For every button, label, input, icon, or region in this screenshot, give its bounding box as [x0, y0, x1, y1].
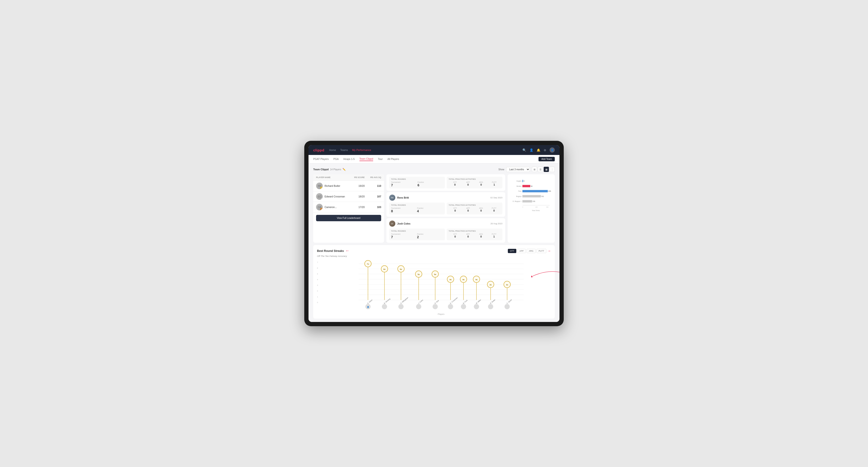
sub-nav-team-clippd[interactable]: Team Clippd [360, 157, 373, 161]
sub-nav-hcaps[interactable]: Hcaps 1-5 [343, 158, 355, 161]
nav-teams[interactable]: Teams [340, 149, 348, 151]
josh-practice-value: 2 [417, 235, 443, 239]
player-count: 14 Players [330, 168, 341, 171]
josh-rounds-grid: Tournament 7 Practice 2 [391, 233, 443, 239]
edit-icon[interactable]: ✏️ [342, 168, 346, 171]
top-nav: clippd Home Teams My Performance 🔍 👤 🔔 ⊕… [309, 145, 559, 155]
svg-point-38 [382, 304, 387, 309]
josh-ott: OTT 0 [448, 233, 462, 238]
arrow-left-icon: ← [345, 248, 349, 253]
rees-stats: Total Rounds Tournament 8 Practice 4 [389, 203, 502, 214]
practice-value: 6 [417, 183, 443, 187]
sub-nav-tour[interactable]: Tour [378, 158, 382, 161]
rees-rounds: Total Rounds Tournament 8 Practice 4 [389, 203, 445, 214]
y-label-5: 5 [317, 273, 318, 275]
josh-name: Josh Coles [397, 222, 410, 225]
bell-icon[interactable]: 🔔 [536, 148, 540, 152]
practice-sublabel: Practice [417, 181, 443, 183]
main-grid: PLAYER NAME PB SCORE PB AVG SQ RB 1 Rich… [313, 174, 555, 243]
lb-col-player-name: PLAYER NAME [316, 176, 346, 179]
svg-text:3x: 3x [490, 284, 492, 286]
josh-avatar: JC [389, 220, 395, 227]
player-row[interactable]: RB 1 Richard Butler 19/20 110 [313, 181, 384, 191]
josh-rounds: Total Rounds Tournament 7 Practice 2 [389, 228, 445, 240]
add-team-button[interactable]: Add Team [538, 157, 555, 161]
player-row[interactable]: EC 2 Edward Crossman 18/20 107 [313, 191, 384, 202]
player-avatar-cameron: CA 3 [316, 204, 323, 210]
y-label-7: 7 [317, 261, 318, 263]
filter-ott[interactable]: OTT [508, 249, 516, 253]
sub-nav-pga[interactable]: PGA [334, 158, 339, 161]
search-icon[interactable]: 🔍 [522, 148, 526, 152]
svg-point-78 [504, 304, 510, 309]
josh-tournament-value: 7 [391, 235, 417, 239]
streaks-wrapper: Best Round Streaks ← OTT APP ARG PUTT → … [313, 245, 555, 319]
target-icon[interactable]: ⊕ [544, 148, 546, 152]
player-row[interactable]: CA 3 Cameron... 17/20 103 [313, 202, 384, 213]
sub-nav-all-players[interactable]: All Players [387, 158, 399, 161]
x-axis-label: Players [331, 313, 551, 315]
streaks-section: Best Round Streaks ← OTT APP ARG PUTT → … [313, 245, 555, 319]
arg-label: ARG [475, 181, 488, 183]
streaks-header: Best Round Streaks ← OTT APP ARG PUTT → [317, 248, 551, 253]
svg-rect-13 [522, 200, 532, 203]
rees-putt-value: 0 [488, 209, 500, 212]
card-view-icon[interactable]: ▦ [544, 167, 549, 172]
filter-app[interactable]: APP [517, 249, 526, 253]
josh-putt-label: PUTT [488, 233, 500, 235]
avatar[interactable]: 👤 [550, 148, 555, 153]
sub-nav-pgat[interactable]: PGAT Players [313, 158, 329, 161]
nav-performance[interactable]: My Performance [352, 149, 371, 151]
svg-text:200: 200 [535, 206, 538, 208]
app-label: APP [462, 181, 474, 183]
team-header: Team Clippd 14 Players ✏️ Show Last 3 mo… [313, 167, 555, 172]
svg-text:5x: 5x [418, 273, 420, 276]
svg-text:7x: 7x [367, 263, 369, 265]
ott-label: OTT [448, 181, 461, 183]
filter-putt[interactable]: PUTT [536, 249, 547, 253]
nav-items: Home Teams My Performance [329, 149, 371, 151]
rank-badge-bronze: 3 [320, 208, 323, 210]
josh-tournament: Tournament 7 [391, 233, 417, 239]
svg-text:311: 311 [541, 195, 544, 197]
rees-arg: ARG 0 [474, 207, 488, 212]
rees-header: RB Rees Britt 02 Sep 2023 [389, 195, 502, 201]
practice-stats-grid: OTT 0 APP 0 ARG 0 [448, 181, 500, 186]
rees-name: Rees Britt [397, 196, 409, 199]
josh-rounds-label: Total Rounds [391, 230, 443, 232]
arrow-right-icon: → [547, 249, 551, 253]
svg-text:5x: 5x [434, 273, 436, 276]
player-score-edward: 18/20 [346, 195, 365, 198]
svg-point-48 [416, 304, 421, 309]
streak-chart-area: 7 6 5 4 3 2 1 0 [317, 260, 551, 315]
josh-practice-activities: Total Practice Activities OTT 0 APP 0 [447, 228, 502, 240]
people-icon[interactable]: 👤 [530, 148, 533, 152]
josh-practice: Practice 2 [417, 233, 443, 239]
arg-value: 0 [475, 183, 488, 186]
svg-rect-10 [522, 195, 541, 197]
list-view-icon[interactable]: ☰ [538, 167, 543, 172]
svg-text:96: 96 [531, 185, 533, 187]
date-filter-select[interactable]: Last 3 months [506, 167, 530, 172]
filter-arg[interactable]: ARG [527, 249, 536, 253]
svg-text:499: 499 [548, 190, 551, 192]
streaks-subtitle: Off The Tee Fairway Accuracy [317, 255, 551, 257]
putt-col: PUTT 1 [488, 181, 501, 186]
svg-text:0: 0 [522, 206, 523, 208]
player-avg-richard: 110 [365, 184, 381, 187]
nav-home[interactable]: Home [329, 149, 336, 151]
leaderboard-header: PLAYER NAME PB SCORE PB AVG SQ [313, 174, 384, 181]
rees-ott-label: OTT [448, 207, 462, 209]
rounds-grid: Tournament 7 Practice 6 [391, 181, 443, 187]
josh-pa-label: Total Practice Activities [448, 230, 500, 232]
practice-activities-label: Total Practice Activities [448, 178, 500, 180]
svg-text:400: 400 [546, 206, 549, 208]
rees-tournament-value: 8 [391, 209, 417, 213]
svg-rect-7 [522, 190, 548, 192]
rank-badge-gold: 1 [320, 187, 323, 189]
josh-app: APP 0 [462, 233, 474, 238]
settings-view-icon[interactable]: ⋮ [550, 167, 555, 172]
view-leaderboard-button[interactable]: View Full Leaderboard [316, 215, 381, 221]
josh-app-label: APP [462, 233, 474, 235]
grid-view-icon[interactable]: ⊞ [532, 167, 537, 172]
